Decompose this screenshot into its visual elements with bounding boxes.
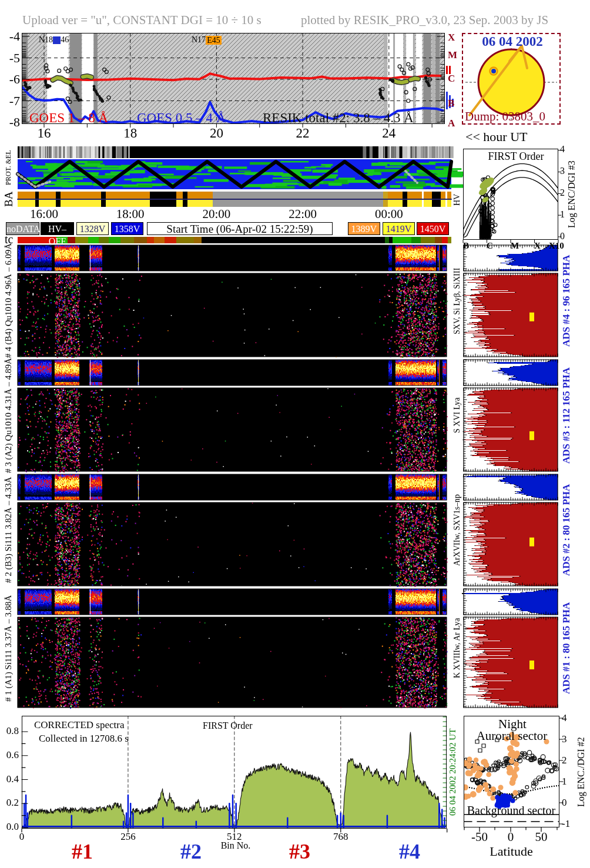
channel-line-label-2: ArXVIIw, SXV1s–np [450, 474, 464, 586]
goes-y-tick-label: -5 [5, 51, 20, 66]
first-order-ylabel: Log ENC/DGI #3 [565, 149, 578, 240]
strip-time-label: 20:00 [202, 207, 230, 222]
first-order-x-label: B [463, 241, 469, 251]
night-y-tick-label: 3 [562, 733, 567, 745]
spectra-timestamp: 06 04 2002 20:24:02 UT [447, 716, 458, 829]
first-order-y-tick: 2 [560, 187, 565, 198]
hv-strip-label: HV [451, 192, 463, 208]
channel-label-2: # 2 (B3) Si111 3.82Å – 4.33Å [1, 474, 15, 586]
ads-count-label-2: ADS #2 : 80 165 PHA [559, 474, 574, 586]
goes-flux-class-letter: X [448, 32, 455, 43]
region-swatch [53, 36, 61, 44]
goes-y-tick-label: -8 [5, 115, 20, 130]
channel-line-label-4: SXV, Si Lyβ, SiXIII [450, 245, 464, 357]
prot-el-strip-label: PROT. &EL [1, 145, 15, 190]
first-order-x-label: X [534, 241, 541, 251]
first-order-title: FIRST Order [488, 150, 544, 163]
goes-annotation-n18e46: N1846 [39, 35, 69, 45]
goes-flux-class-letter: M [448, 49, 457, 61]
channel-label-3: # 3 (A2) Qu1010 4.31Å – 4.89Å [1, 360, 15, 471]
goes-y-tick-label: -4 [5, 29, 20, 44]
spectra-segment-label-3: #3 [289, 839, 310, 864]
first-order-x-label: X10 [549, 241, 564, 251]
channel-label-1: # 1 (A1) Si111 3.37Å – 3.88Å [1, 589, 15, 708]
ads-count-label-4: ADS #4 : 96 165 PHA [559, 245, 574, 357]
night-x-tick-label: 0 [508, 830, 514, 844]
ba-strip-label: BA [1, 190, 16, 208]
night-ylabel: Log ENC./DGI #2 [575, 716, 588, 829]
spectra-y-tick-label: 0.0 [2, 821, 19, 833]
start-time-box: Start Time (06-Apr-02 15:22:59) [147, 222, 333, 235]
resik-total-series-label: RESIK total #2: 3.8 – 4.3 Å [263, 110, 414, 126]
night-x-tick-label: -50 [471, 830, 488, 844]
goes-x-tick-label: 16 [38, 126, 51, 141]
spectra-x-tick-label: 768 [333, 831, 348, 843]
spectra-title: CORRECTED spectra [34, 719, 124, 731]
dump-label: Dump: 03803_0 [465, 109, 545, 124]
header-right: plotted by RESIK_PRO_v3.0, 23 Sep. 2003 … [301, 13, 548, 28]
first-order-x-label: M [511, 241, 519, 251]
strip-time-label: 16:00 [30, 207, 58, 222]
header-left: Upload ver = "u", CONSTANT DGI = 10 ÷ 10… [22, 13, 262, 28]
goes-blue-series-label: GOES 0.5 – 4 Å [137, 110, 226, 126]
goes-annotation-n17e45: N17E45 [192, 35, 222, 45]
goes-y-tick-label: -6 [5, 72, 20, 87]
latitude-label: Latitude [490, 844, 532, 859]
channel-label-4: # 4 (B4) Qu1010 4.96Å – 6.09Å [1, 245, 15, 357]
goes-x-tick-label: 20 [210, 126, 223, 141]
spectra-x-tick-label: 0 [19, 831, 25, 843]
ads-count-label-3: ADS #3 : 112 165 PHA [559, 360, 574, 471]
first-order-y-tick: 1 [560, 209, 565, 220]
goes-y-tick-label: -7 [5, 93, 20, 109]
spectra-segment-label-4: #4 [399, 839, 420, 864]
spectra-y-tick-label: 0.2 [2, 797, 19, 809]
channel-line-label-3: S XVI Lya [450, 360, 464, 471]
legend-nodata: noDATA [6, 222, 39, 235]
annotation-text: E45 [207, 36, 220, 45]
annotation-text: N17 [192, 35, 206, 44]
spectra-segment-label-2: #2 [180, 839, 202, 864]
sun-date: 06 04 2002 [482, 34, 543, 49]
spectra-x-tick-label: 512 [227, 831, 242, 843]
strip-time-label: 18:00 [116, 207, 145, 222]
night-y-tick-label: 2 [562, 755, 567, 766]
auroral-sector-title: Auroral sector [477, 729, 548, 743]
first-order-y-tick: 3 [560, 166, 565, 176]
spectra-order-label: FIRST Order [203, 720, 253, 731]
goes-x-tick-label: 24 [382, 126, 395, 141]
first-order-y-tick: 4 [560, 144, 565, 155]
goes-x-tick-label: 18 [123, 126, 137, 141]
spectra-segment-label-1: #1 [72, 839, 93, 864]
legend-1450v: 1450V [417, 222, 449, 235]
annotation-text: N18 [39, 35, 53, 44]
goes-red-series-label: GOES 1 – 8 Å [29, 110, 108, 126]
background-sector-label: Background sector [467, 804, 556, 817]
spectra-y-tick-label: 0.8 [2, 725, 19, 737]
strip-time-label: 00:00 [375, 207, 403, 222]
ads-count-label-1: ADS #1 : 80 165 PHA [559, 589, 574, 708]
goes-flux-class-letter: B [448, 98, 454, 109]
night-y-tick-label: 4 [562, 712, 567, 724]
strip-time-label: 22:00 [289, 207, 317, 222]
spectra-y-tick-label: 0.4 [2, 773, 19, 785]
goes-flux-class-letter: A [448, 118, 455, 129]
goes-flux-class-letter: C [448, 73, 455, 85]
legend-1419v: 1419V [383, 222, 415, 235]
night-x-tick-label: 50 [535, 830, 548, 844]
spectra-x-tick-label: 256 [120, 831, 136, 843]
legend-1389v: 1389V [348, 222, 380, 235]
annotation-text: 46 [61, 35, 69, 44]
legend-1358v: 1358V [111, 222, 143, 235]
night-y-tick-label: 0 [562, 797, 567, 809]
legend-1328v: 1328V [76, 222, 109, 235]
legend-hv–off: HV–OFF [41, 222, 74, 235]
night-y-tick-label: -1 [562, 818, 570, 830]
spectra-y-tick-label: 0.6 [2, 749, 19, 761]
resik-quicklook-page: { "header": { "left": "Upload ver = \"u\… [0, 0, 590, 868]
channel-line-label-1: K XVIIIw, Ar Lya [450, 589, 464, 708]
first-order-x-label: C [487, 241, 493, 251]
region-swatch: E45 [206, 36, 222, 45]
first-order-y-tick: 0 [560, 231, 565, 242]
goes-x-tick-label: 22 [296, 126, 310, 141]
night-y-tick-label: 1 [562, 776, 567, 787]
